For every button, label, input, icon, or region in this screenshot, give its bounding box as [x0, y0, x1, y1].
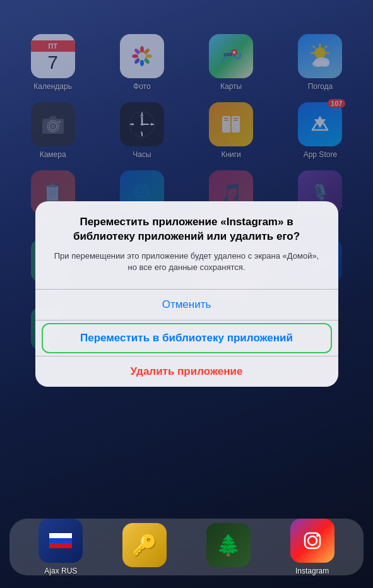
alert-move-button[interactable]: Переместить в библиотеку приложений	[42, 323, 332, 353]
alert-delete-button[interactable]: Удалить приложение	[35, 356, 338, 387]
alert-message: При перемещении это приложение будет уда…	[50, 250, 323, 273]
alert-divider-2	[35, 320, 338, 320]
alert-title: Переместить приложение «Instagram» в биб…	[50, 215, 323, 244]
alert-dialog: Переместить приложение «Instagram» в биб…	[35, 201, 338, 386]
alert-cancel-button[interactable]: Отменить	[35, 290, 338, 320]
alert-overlay: Переместить приложение «Instagram» в биб…	[0, 0, 373, 588]
alert-content: Переместить приложение «Instagram» в биб…	[35, 201, 338, 288]
alert-buttons: Отменить Переместить в библиотеку прилож…	[35, 290, 338, 387]
